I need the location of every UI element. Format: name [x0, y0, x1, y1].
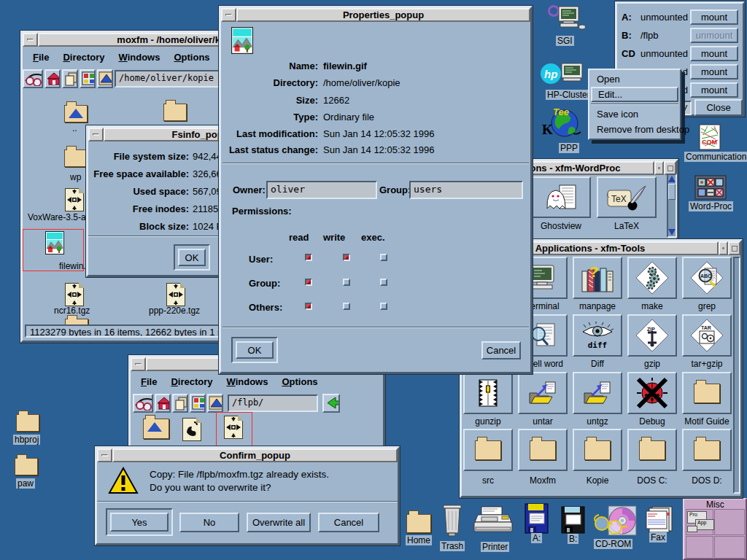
- app-button-latex[interactable]: TeX: [597, 176, 657, 218]
- mount-button[interactable]: mount: [690, 9, 738, 25]
- misc-panel[interactable]: Misc Pro App: [683, 498, 747, 560]
- tgz-file-icon[interactable]: [166, 283, 185, 306]
- find-button[interactable]: [23, 69, 43, 88]
- desktop-icon-ppp[interactable]: Tee K PPP: [541, 106, 585, 144]
- app-button-tar-gzip[interactable]: TAR: [682, 314, 732, 357]
- menu-file[interactable]: File: [33, 52, 49, 63]
- user-write-checkbox[interactable]: [343, 254, 350, 261]
- close-button[interactable]: Close: [694, 99, 743, 116]
- others-exec-checkbox[interactable]: [380, 303, 387, 310]
- misc-cell[interactable]: [714, 509, 745, 535]
- menu-directory[interactable]: Directory: [171, 376, 212, 387]
- group-exec-checkbox[interactable]: [380, 279, 387, 286]
- file-label[interactable]: ..: [72, 123, 77, 133]
- app-button-diff[interactable]: diff: [573, 314, 622, 357]
- app-button-dos-c[interactable]: [627, 429, 677, 471]
- menu-item-save-icon[interactable]: Save icon: [591, 106, 678, 122]
- cancel-button[interactable]: Cancel: [481, 341, 521, 359]
- desktop-icon-fax[interactable]: Fax: [645, 505, 674, 539]
- find-button[interactable]: [133, 394, 153, 413]
- file-label[interactable]: VoxWare-3.5-a: [28, 212, 86, 222]
- menu-options[interactable]: Options: [282, 376, 317, 387]
- file-label[interactable]: ncr16.tgz: [54, 306, 90, 316]
- scroll-up-arrow[interactable]: [668, 176, 676, 182]
- back-button[interactable]: [322, 394, 340, 413]
- menu-windows[interactable]: Windows: [227, 376, 268, 387]
- window-menu-button[interactable]: [23, 33, 38, 47]
- image-file-icon[interactable]: [182, 418, 201, 441]
- mount-button[interactable]: mount: [690, 64, 738, 79]
- app-button-untgz[interactable]: [573, 372, 622, 414]
- minimize-button[interactable]: [654, 161, 664, 175]
- desktop-icon-hp-cluster[interactable]: hp HP-Cluster: [540, 62, 588, 90]
- window-menu-button[interactable]: [97, 448, 112, 462]
- user-read-checkbox[interactable]: [305, 254, 312, 261]
- app-button-dos-d[interactable]: [682, 429, 732, 471]
- misc-cell[interactable]: [714, 536, 745, 559]
- desktop-icon-floppy-b[interactable]: B:: [561, 506, 586, 537]
- app-button-debug[interactable]: [627, 372, 677, 414]
- file-label[interactable]: wp: [70, 172, 81, 182]
- file-label[interactable]: ppp-220e.tgz: [149, 306, 200, 316]
- others-write-checkbox[interactable]: [343, 303, 350, 310]
- others-read-checkbox[interactable]: [305, 303, 312, 310]
- tgz-file-icon-selected[interactable]: [224, 416, 243, 439]
- app-button-gunzip[interactable]: [463, 372, 513, 414]
- desktop-icon-word-proc[interactable]: Word-Proc: [694, 175, 727, 203]
- minimize-button[interactable]: [719, 241, 728, 255]
- windows-button[interactable]: [190, 394, 206, 413]
- mount-button[interactable]: mount: [690, 46, 738, 61]
- cancel-button[interactable]: Cancel: [318, 513, 379, 532]
- copy-button[interactable]: [172, 394, 188, 413]
- misc-cell[interactable]: [686, 536, 713, 559]
- desktop-icon-cdrom[interactable]: CD-ROM: [592, 505, 638, 542]
- app-button-src[interactable]: [463, 429, 513, 471]
- app-button-untar[interactable]: [518, 372, 568, 414]
- group-write-checkbox[interactable]: [343, 279, 350, 286]
- user-exec-checkbox[interactable]: [380, 254, 387, 261]
- window-menu-button[interactable]: [88, 128, 104, 141]
- menu-windows[interactable]: Windows: [119, 52, 160, 63]
- app-button-manpage[interactable]: ?: [573, 257, 622, 299]
- menu-directory[interactable]: Directory: [63, 52, 104, 63]
- app-button-grep[interactable]: ABC: [682, 257, 732, 299]
- desktop-icon-sgi[interactable]: SGI: [547, 4, 587, 38]
- home-button[interactable]: [155, 394, 171, 413]
- no-button[interactable]: No: [179, 513, 239, 532]
- parent-dir-button[interactable]: [97, 69, 113, 88]
- app-button-ghostview[interactable]: [531, 176, 591, 218]
- ok-button[interactable]: OK: [178, 249, 206, 266]
- desktop-icon-communication[interactable]: COM Communication: [699, 124, 724, 155]
- menu-item-remove[interactable]: Remove from desktop: [591, 122, 678, 137]
- home-button[interactable]: [44, 69, 61, 88]
- gif-file-icon[interactable]: [45, 231, 64, 257]
- app-button-motif-guide[interactable]: [682, 372, 732, 414]
- app-button-gzip[interactable]: ZIP: [627, 314, 677, 357]
- unmount-button[interactable]: unmount: [690, 28, 738, 43]
- vertical-scrollbar[interactable]: [667, 174, 677, 238]
- parent-folder-icon[interactable]: [64, 105, 88, 122]
- folder-icon[interactable]: [163, 104, 187, 121]
- overwrite-all-button[interactable]: Overwrite all: [247, 513, 311, 532]
- maximize-button[interactable]: [728, 241, 740, 255]
- parent-folder-icon[interactable]: [143, 419, 169, 439]
- yes-button[interactable]: Yes: [110, 513, 169, 532]
- tgz-file-icon[interactable]: [65, 188, 84, 211]
- scroll-thumb[interactable]: [668, 184, 676, 200]
- desktop-icon-floppy-a[interactable]: A:: [525, 503, 549, 537]
- path-input[interactable]: /flpb/: [228, 394, 318, 412]
- windows-button[interactable]: [80, 69, 96, 88]
- mount-button[interactable]: mount: [690, 82, 738, 98]
- menu-item-open[interactable]: Open: [591, 71, 678, 87]
- scroll-down-arrow[interactable]: [668, 229, 676, 236]
- menu-file[interactable]: File: [141, 376, 157, 387]
- app-button-kopie[interactable]: [573, 429, 622, 471]
- owner-input[interactable]: oliver: [266, 181, 377, 199]
- ok-button[interactable]: OK: [236, 341, 274, 359]
- menu-item-edit[interactable]: Edit...: [591, 87, 678, 102]
- window-menu-button[interactable]: [131, 357, 146, 371]
- menu-options[interactable]: Options: [174, 52, 209, 63]
- group-input[interactable]: users: [409, 181, 523, 199]
- copy-button[interactable]: [62, 69, 78, 88]
- tgz-file-icon[interactable]: [65, 283, 84, 306]
